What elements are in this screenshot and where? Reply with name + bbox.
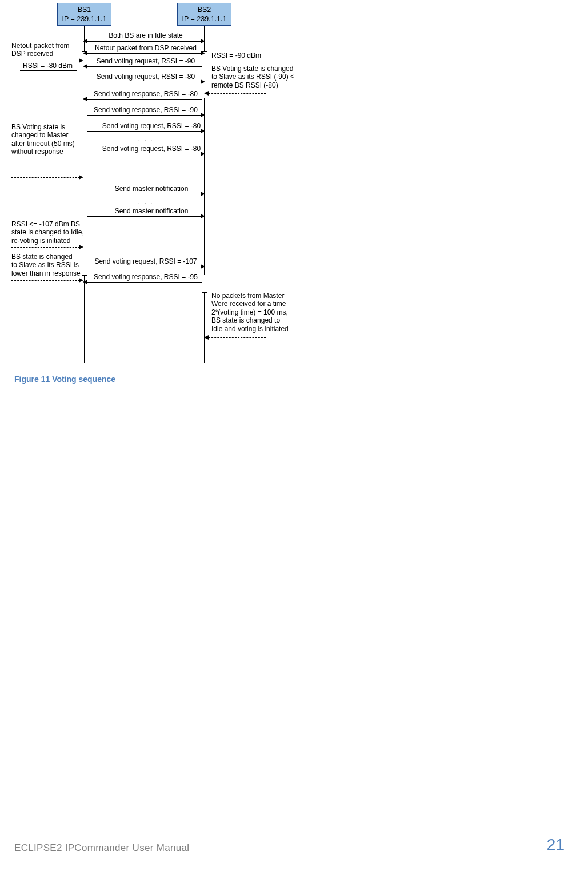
bs2-name: BS2: [181, 6, 227, 15]
arrow-req107-head: [201, 264, 205, 269]
arrow-resp95: [87, 282, 202, 283]
arrow-req90: [87, 66, 202, 67]
bs2-box: BS2 IP = 239.1.1.1: [177, 3, 231, 26]
note-revote-arrow: [11, 247, 80, 248]
arrow-idle-l: [83, 39, 87, 43]
arrow-req107: [87, 267, 202, 267]
arrow-resp90-head: [201, 113, 205, 117]
note-slave: BS Voting state is changed to Slave as i…: [211, 65, 309, 89]
msg-master2: Send master notification: [97, 207, 206, 215]
msg-req80b: Send voting request, RSSI = -80: [97, 122, 206, 130]
arrow-master1: [87, 194, 202, 194]
arrow-req80b-head: [201, 129, 205, 133]
arrow-req80c-head: [201, 152, 205, 156]
arrow-req90-head: [83, 64, 87, 69]
figure-caption: Figure 11 Voting sequence: [14, 375, 115, 384]
note-master-arrow: [11, 177, 80, 178]
msg-resp80: Send voting response, RSSI = -80: [86, 90, 206, 98]
arrow-master2-head: [201, 214, 205, 218]
msg-resp90: Send voting response, RSSI = -90: [86, 106, 206, 114]
note-revote: RSSI <= -107 dBm BS state is changed to …: [11, 220, 89, 245]
note-master: BS Voting state is changed to Master aft…: [11, 123, 86, 156]
arrow-master2: [87, 216, 202, 217]
note-nopkt: No packets from Master Were received for…: [211, 292, 309, 333]
self-arrow-1: [20, 61, 80, 61]
msg-dots1: . . .: [86, 135, 206, 143]
arrow-resp80: [87, 99, 202, 100]
note-slave2-arrow: [11, 280, 80, 281]
note-slave2: BS state is changed to Slave as its RSSI…: [11, 253, 89, 277]
note-rssi80: RSSI = -80 dBm: [23, 62, 73, 70]
note-slave-arrow: [209, 93, 266, 94]
msg-req107: Send voting request, RSSI = -107: [89, 257, 203, 265]
arrow-req80a: [87, 82, 202, 82]
msg-resp95: Send voting response, RSSI = -95: [89, 273, 203, 281]
page-footer: ECLIPSE2 IPCommander User Manual 21: [14, 834, 568, 854]
bs2-ip: IP = 239.1.1.1: [181, 15, 227, 24]
arrow-resp95-head: [83, 280, 87, 284]
arrow-req80b: [87, 131, 202, 132]
arrow-resp90: [87, 115, 202, 116]
note-netout: Netout packet from DSP received: [11, 42, 83, 58]
arrow-netout-r: [201, 51, 205, 55]
msg-req80a: Send voting request, RSSI = -80: [86, 73, 206, 81]
bs1-name: BS1: [61, 6, 107, 15]
arrow-idle-r: [201, 39, 205, 43]
arrow-master1-head: [201, 192, 205, 196]
note-nopkt-arrow-head: [204, 335, 209, 340]
arrow-netout-l: [83, 51, 87, 55]
sequence-diagram: BS1 IP = 239.1.1.1 BS2 IP = 239.1.1.1 Bo…: [14, 0, 334, 366]
note-rssi90: RSSI = -90 dBm: [211, 51, 261, 59]
arrow-req80c: [87, 154, 202, 154]
msg-netout: Netout packet from DSP received: [86, 44, 206, 52]
msg-dots2: . . .: [86, 198, 206, 206]
msg-idle: Both BS are in Idle state: [86, 31, 206, 39]
rssi80-line: [20, 70, 77, 71]
arrow-resp80-head: [83, 97, 87, 101]
bs1-ip: IP = 239.1.1.1: [61, 15, 107, 24]
note-master-arrow-head: [79, 175, 83, 180]
arrow-idle: [87, 41, 202, 42]
arrow-req80a-head: [201, 79, 205, 84]
self-arrow-1-head: [79, 58, 83, 63]
bs1-box: BS1 IP = 239.1.1.1: [57, 3, 111, 26]
note-nopkt-arrow: [209, 337, 266, 338]
page-number: 21: [543, 834, 568, 854]
footer-title: ECLIPSE2 IPCommander User Manual: [14, 842, 189, 854]
msg-req90: Send voting request, RSSI = -90: [86, 57, 206, 65]
note-revote-arrow-head: [79, 245, 83, 249]
arrow-netout: [87, 53, 202, 54]
msg-req80c: Send voting request, RSSI = -80: [97, 145, 206, 153]
msg-master1: Send master notification: [97, 185, 206, 193]
